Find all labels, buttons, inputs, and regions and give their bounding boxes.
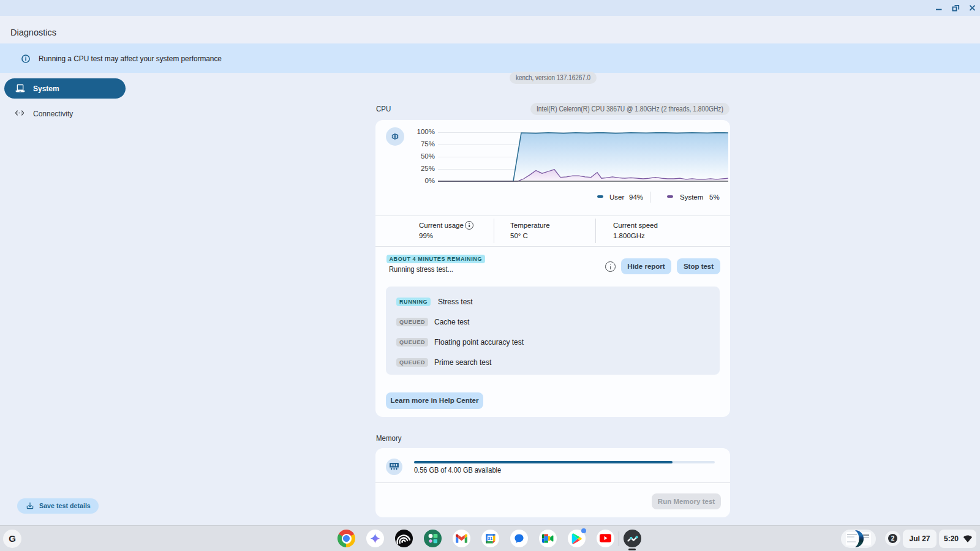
svg-text:31: 31	[488, 536, 492, 541]
